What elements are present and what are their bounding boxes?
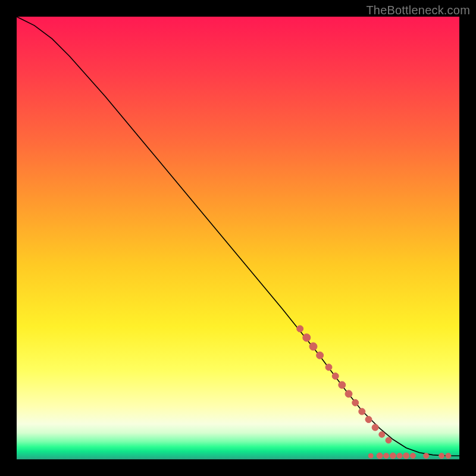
data-marker xyxy=(439,453,444,459)
data-marker xyxy=(368,453,373,458)
data-marker xyxy=(303,334,311,342)
data-marker xyxy=(345,390,352,397)
data-marker xyxy=(372,424,378,431)
attribution-label: TheBottleneck.com xyxy=(366,4,470,17)
data-marker xyxy=(377,453,383,459)
data-marker xyxy=(384,453,389,459)
data-marker xyxy=(352,399,359,406)
data-marker xyxy=(397,453,402,459)
data-marker xyxy=(379,431,385,437)
chart-svg xyxy=(17,17,459,459)
data-marker xyxy=(332,373,339,380)
data-marker xyxy=(317,352,324,359)
plot-area xyxy=(17,17,459,459)
data-marker xyxy=(403,453,409,459)
data-marker xyxy=(339,381,346,389)
chart-stage: TheBottleneck.com xyxy=(0,0,476,476)
data-marker xyxy=(424,453,429,459)
data-marker xyxy=(390,453,396,459)
data-marker xyxy=(359,408,365,415)
data-marker xyxy=(297,325,303,332)
data-marker xyxy=(446,453,451,459)
data-marker xyxy=(365,416,372,423)
bottleneck-curve xyxy=(17,17,459,456)
marker-group xyxy=(297,325,451,459)
data-marker xyxy=(386,437,392,443)
data-marker xyxy=(410,453,415,459)
data-marker xyxy=(325,364,332,371)
data-marker xyxy=(309,343,317,350)
